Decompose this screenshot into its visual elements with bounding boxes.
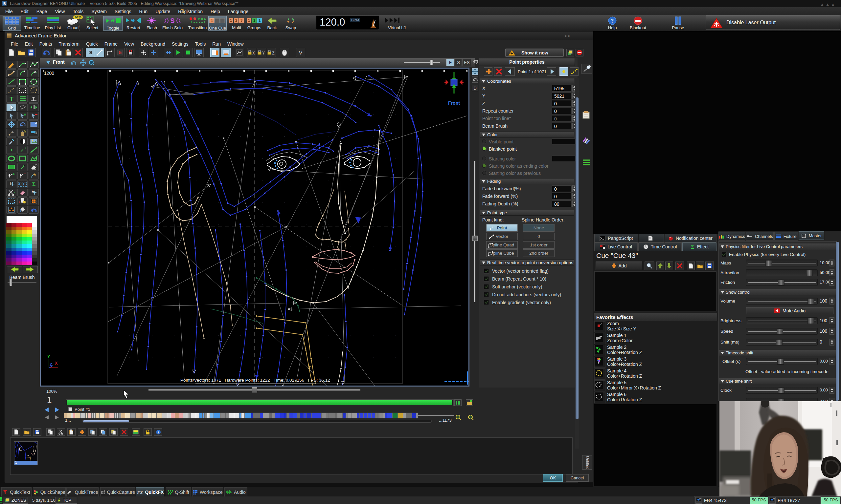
svg-text:T: T <box>10 95 14 102</box>
svg-text:1200: 1200 <box>44 71 54 76</box>
svg-text:Z: Z <box>272 51 274 55</box>
svg-text:Y: Y <box>47 354 50 359</box>
svg-text:1: 1 <box>211 19 213 23</box>
svg-text:Front: Front <box>448 101 460 106</box>
svg-text:1: 1 <box>253 18 255 22</box>
svg-text:3: 3 <box>240 18 242 22</box>
svg-text:?: ? <box>611 18 614 24</box>
svg-text:Σ: Σ <box>691 245 694 249</box>
svg-text:CUT: CUT <box>19 182 26 186</box>
svg-text:F: F <box>32 189 34 194</box>
svg-text:X: X <box>55 361 58 365</box>
svg-text:2: 2 <box>235 18 237 22</box>
svg-text:5: 5 <box>119 50 122 55</box>
svg-text:Σ: Σ <box>32 181 35 187</box>
svg-text:X: X <box>252 51 255 55</box>
svg-text:FX: FX <box>137 490 143 495</box>
svg-text:1: 1 <box>230 18 232 22</box>
svg-text:S: S <box>170 17 174 24</box>
svg-text:1: 1 <box>259 18 260 22</box>
svg-text:Y: Y <box>262 51 265 55</box>
svg-text:V: V <box>299 50 302 55</box>
svg-text:F: F <box>10 181 12 186</box>
svg-text:Points/Vectors: 1071 Hardwar: Points/Vectors: 1071 Hardware Points: 12… <box>181 378 330 383</box>
svg-text:1: 1 <box>248 18 250 22</box>
